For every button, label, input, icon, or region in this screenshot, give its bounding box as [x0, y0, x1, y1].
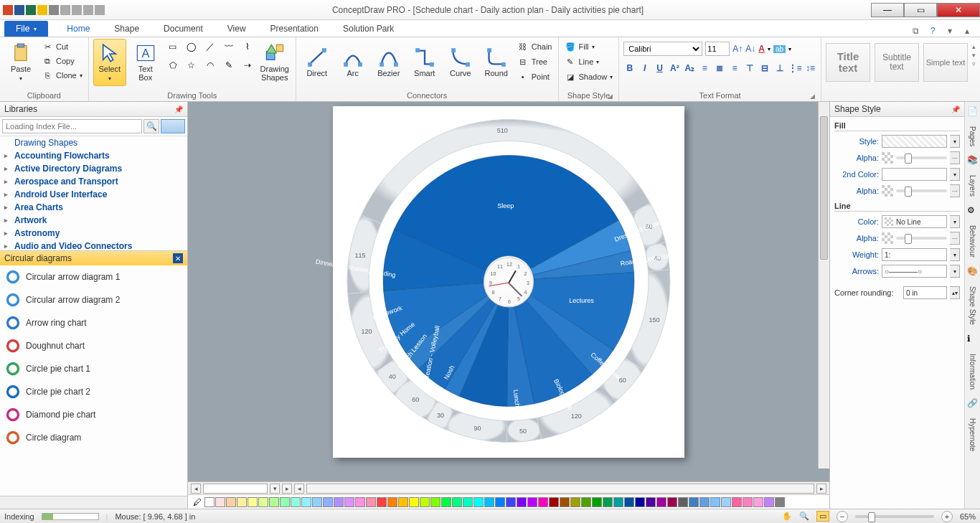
maximize-button[interactable]: ▭: [904, 3, 937, 17]
pie-chart[interactable]: 510Sleep60Dress and Breakfast40Road to U…: [333, 105, 684, 459]
library-item[interactable]: Artwork: [0, 214, 187, 227]
paste-button[interactable]: Paste▾: [4, 39, 37, 86]
library-item[interactable]: Area Charts: [0, 201, 187, 214]
tab-shape[interactable]: Shape: [108, 21, 145, 37]
sidetab-icon[interactable]: ⚙: [967, 205, 979, 217]
library-item[interactable]: Active Directory Diagrams: [0, 162, 187, 175]
library-item[interactable]: Astronomy: [0, 227, 187, 240]
line-tool[interactable]: ／: [202, 39, 218, 55]
color-swatch[interactable]: [506, 497, 516, 507]
library-item[interactable]: Accounting Flowcharts: [0, 149, 187, 162]
italic-button[interactable]: I: [639, 62, 651, 75]
align-top-button[interactable]: ⊤: [743, 62, 755, 75]
drawing-shapes-button[interactable]: Drawing Shapes: [258, 39, 291, 86]
sidetab-layers[interactable]: Layers: [969, 171, 976, 201]
highlight-icon[interactable]: ab: [773, 45, 786, 53]
connector-tool[interactable]: ⇢: [240, 57, 255, 73]
bezier-button[interactable]: Bezier: [372, 39, 405, 86]
sidetab-icon[interactable]: 📄: [967, 106, 979, 118]
superscript-button[interactable]: A²: [669, 62, 681, 75]
file-tab[interactable]: File▾: [4, 21, 48, 37]
line-alpha-slider[interactable]: [896, 237, 947, 240]
style-simple[interactable]: Simple text: [923, 43, 968, 82]
color-swatch[interactable]: [775, 497, 785, 507]
sidetab-hypernote[interactable]: Hypernote: [969, 414, 976, 456]
style-down-icon[interactable]: ▾: [972, 52, 976, 59]
color-swatch[interactable]: [699, 497, 710, 507]
document-page[interactable]: 510Sleep60Dress and Breakfast40Road to U…: [333, 106, 684, 458]
tab-prev-button[interactable]: ◂: [191, 484, 201, 494]
sidetab-icon[interactable]: ℹ: [967, 334, 979, 345]
shape-item[interactable]: Circular arrow diagram 2: [0, 288, 187, 311]
color-swatch[interactable]: [646, 497, 656, 507]
tab-solution[interactable]: Solution Park: [337, 21, 400, 37]
color-swatch[interactable]: [463, 497, 473, 507]
hscroll-track[interactable]: [306, 484, 814, 494]
library-item[interactable]: Android User Interface: [0, 188, 187, 201]
align-right-button[interactable]: ≡: [729, 62, 741, 75]
sidetab-pages[interactable]: Pages: [969, 122, 976, 151]
chevron-up-icon[interactable]: ▴: [961, 25, 973, 37]
copy-button[interactable]: ⧉Copy: [40, 55, 84, 67]
font-select[interactable]: Calibri: [623, 42, 702, 56]
zoom-tool-icon[interactable]: 🔍: [799, 512, 809, 521]
hscroll-left[interactable]: ◂: [294, 484, 304, 494]
path-tool[interactable]: ⌇: [240, 39, 255, 55]
fill-alpha-slider[interactable]: [896, 156, 947, 159]
smart-button[interactable]: Smart: [408, 39, 441, 86]
color-swatch[interactable]: [473, 497, 484, 507]
color-swatch[interactable]: [743, 497, 753, 507]
color-swatch[interactable]: [667, 497, 677, 507]
color-swatch[interactable]: [484, 497, 494, 507]
color-swatch[interactable]: [613, 497, 623, 507]
color-swatch[interactable]: [355, 497, 365, 507]
color-swatch[interactable]: [635, 497, 645, 507]
color-swatch[interactable]: [204, 497, 215, 507]
sidetab-shape-style[interactable]: Shape Style: [969, 282, 976, 329]
color-swatch[interactable]: [452, 497, 462, 507]
tab-home[interactable]: Home: [61, 21, 95, 37]
tree-button[interactable]: ⊟Tree: [516, 55, 554, 68]
color-swatch[interactable]: [387, 497, 397, 507]
color-swatch[interactable]: [420, 497, 430, 507]
vertical-scrollbar[interactable]: [818, 102, 829, 468]
subscript-button[interactable]: A₂: [684, 62, 696, 75]
pin-icon[interactable]: 📌: [174, 105, 183, 113]
search-button[interactable]: 🔍: [143, 119, 159, 133]
color-swatch[interactable]: [248, 497, 258, 507]
line-button[interactable]: ✎Line ▾: [563, 55, 615, 68]
zoom-slider[interactable]: [855, 515, 934, 518]
tab-dropdown-button[interactable]: ▾: [270, 484, 280, 494]
shape-item[interactable]: Circular arrow diagram 1: [0, 265, 187, 288]
color-swatch[interactable]: [592, 497, 602, 507]
color-swatch[interactable]: [301, 497, 311, 507]
hand-tool-icon[interactable]: ✋: [782, 512, 792, 521]
color-swatch[interactable]: [678, 497, 688, 507]
library-item[interactable]: Aerospace and Transport: [0, 175, 187, 188]
palette-picker-icon[interactable]: 🖊: [191, 497, 204, 507]
shadow-button[interactable]: ◪Shadow ▾: [563, 70, 615, 83]
color-swatch[interactable]: [269, 497, 279, 507]
cut-button[interactable]: ✂Cut: [40, 40, 84, 53]
library-search-input[interactable]: [2, 119, 142, 133]
color-swatch[interactable]: [398, 497, 408, 507]
color-swatch[interactable]: [549, 497, 559, 507]
polygon-tool[interactable]: ⬠: [165, 57, 181, 73]
color-swatch[interactable]: [323, 497, 333, 507]
textbox-button[interactable]: A Text Box: [129, 39, 162, 86]
font-color-icon[interactable]: A: [758, 44, 765, 54]
style-more-icon[interactable]: ▿: [972, 60, 976, 67]
color-swatch[interactable]: [495, 497, 505, 507]
direct-button[interactable]: Direct: [301, 39, 334, 86]
arc-button[interactable]: Arc: [336, 39, 369, 86]
round-button[interactable]: Round: [480, 39, 513, 86]
color-swatch[interactable]: [312, 497, 322, 507]
hscroll-right[interactable]: ▸: [816, 484, 826, 494]
color-swatch[interactable]: [237, 497, 247, 507]
color-swatch[interactable]: [656, 497, 666, 507]
color-swatch[interactable]: [603, 497, 613, 507]
shape-item[interactable]: Circle pie chart 2: [0, 380, 187, 403]
category-header[interactable]: Circular diagrams✕: [0, 251, 187, 265]
align-center-button[interactable]: ≣: [714, 62, 726, 75]
tab-presentation[interactable]: Presentation: [265, 21, 324, 37]
